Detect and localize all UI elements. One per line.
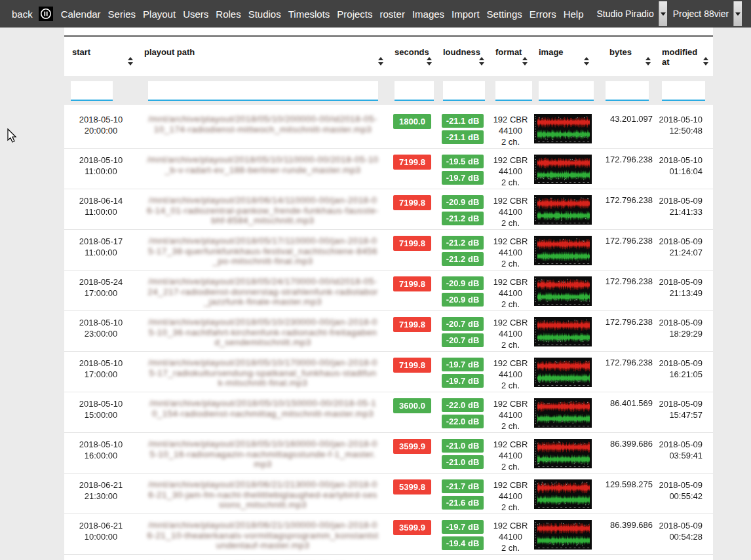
sort-icon[interactable]	[427, 57, 432, 65]
sort-icon[interactable]	[479, 57, 484, 65]
column-header-loudness[interactable]: loudness	[436, 36, 489, 76]
sort-icon[interactable]	[645, 57, 651, 65]
nav-item-calendar[interactable]: Calendar	[61, 9, 101, 20]
column-header-start[interactable]: start	[64, 36, 138, 76]
nav-item-projects[interactable]: Projects	[337, 9, 372, 20]
playout-path-cell: /mnt/archive/playout/2018/06/14/110000-0…	[138, 189, 388, 230]
filter-start-input[interactable]	[71, 81, 113, 101]
nav-item-roster[interactable]: roster	[380, 9, 405, 20]
column-header-playout-path[interactable]: playout path	[138, 36, 388, 76]
column-header-bytes[interactable]: bytes	[594, 36, 655, 76]
nav-item-timeslots[interactable]: Timeslots	[288, 9, 330, 20]
format-cell: 192 CBR 44100 2 ch.	[489, 433, 532, 474]
modified-date: 2018-05-09	[656, 398, 703, 409]
table-row: 2018-05-10 15:00:00 /mnt/archive/playout…	[64, 392, 713, 433]
loudness-badge-1: -21.0 dB	[442, 439, 484, 453]
nav-item-errors[interactable]: Errors	[530, 9, 556, 20]
format-cell: 192 CBR 44100 2 ch.	[489, 107, 532, 149]
nav-item-studios[interactable]: Studios	[248, 9, 281, 20]
modified-at-cell: 2018-05-10 01:16:04	[655, 149, 713, 189]
waveform-image[interactable]	[534, 155, 592, 184]
modified-time: 01:16:04	[656, 166, 703, 177]
filter-format-input[interactable]	[495, 81, 532, 101]
sort-icon[interactable]	[584, 57, 589, 65]
start-date: 2018-05-17	[65, 236, 137, 247]
studio-select[interactable]: Studio Piradio	[594, 1, 667, 26]
nav-item-images[interactable]: Images	[412, 9, 444, 20]
seconds-badge: 7199.8	[393, 358, 431, 373]
nav-item-import[interactable]: Import	[452, 9, 480, 20]
sort-icon[interactable]	[522, 57, 528, 65]
column-header-image[interactable]: image	[532, 36, 594, 76]
loudness-cell: -22.0 dB -22.0 dB	[436, 392, 489, 433]
nav-item-users[interactable]: Users	[183, 9, 208, 20]
seconds-cell: 3599.9	[388, 433, 436, 474]
waveform-image[interactable]	[534, 398, 592, 428]
sort-icon[interactable]	[703, 57, 708, 65]
filter-path-input[interactable]	[148, 81, 378, 101]
format-channels: 2 ch.	[490, 299, 531, 310]
image-cell	[532, 392, 594, 433]
playout-path-cell: /mnt/archive/playout/2018/05/10/230000-0…	[138, 311, 388, 352]
playout-table: start playout path seconds loudness form…	[64, 35, 713, 560]
bytes-cell: 172.796.238	[594, 271, 655, 311]
playout-path-redacted: /mnt/archive/playout/2018/06/21/100000-0…	[147, 520, 379, 550]
loudness-badge-2: -20.9 dB	[442, 293, 484, 307]
image-cell	[532, 433, 594, 474]
back-button[interactable]: back	[12, 9, 33, 20]
playout-path-redacted: /mnt/archive/playout/2018/05/10/230000-0…	[148, 317, 377, 347]
waveform-image[interactable]	[534, 520, 592, 550]
format-cell: 192 CBR 44100 2 ch.	[489, 474, 532, 514]
seconds-cell: 7199.8	[388, 352, 436, 392]
nav-item-settings[interactable]: Settings	[487, 9, 522, 20]
loudness-cell: -21.1 dB -21.1 dB	[436, 107, 489, 149]
table-row: 2018-05-10 20:00:00 /mnt/archive/playout…	[64, 107, 713, 149]
seconds-badge: 7199.8	[393, 195, 431, 210]
filter-seconds-input[interactable]	[395, 81, 434, 101]
format-samplerate: 44100	[490, 166, 531, 177]
playout-path-redacted: /mnt/archive/playout/2018/06/21/213000-0…	[148, 479, 377, 510]
format-bitrate: 192 CBR	[490, 520, 531, 531]
format-cell: 192 CBR 44100 2 ch.	[489, 230, 532, 271]
filter-loudness-input[interactable]	[443, 81, 485, 101]
modified-time: 15:47:57	[656, 409, 703, 420]
waveform-image[interactable]	[534, 358, 592, 387]
modified-time: 03:59:41	[656, 450, 703, 461]
waveform-image[interactable]	[534, 114, 592, 143]
filter-image-input[interactable]	[539, 81, 595, 101]
sort-icon[interactable]	[128, 57, 133, 65]
start-cell: 2018-05-10 23:00:00	[64, 311, 138, 352]
waveform-image[interactable]	[534, 195, 592, 225]
chevron-down-icon[interactable]	[733, 1, 742, 26]
waveform-image[interactable]	[534, 317, 592, 346]
start-date: 2018-06-21	[65, 520, 137, 531]
nav-item-series[interactable]: Series	[108, 9, 136, 20]
top-navbar: back Calendar Series Playout Users Roles…	[0, 0, 751, 28]
column-header-format[interactable]: format	[489, 36, 532, 76]
loudness-badge-1: -21.2 dB	[442, 236, 484, 250]
project-select[interactable]: Project 88vier	[670, 1, 742, 26]
start-date: 2018-05-10	[65, 439, 137, 450]
filter-modified-input[interactable]	[662, 81, 705, 101]
waveform-image[interactable]	[534, 276, 592, 306]
format-bitrate: 192 CBR	[490, 479, 531, 491]
image-cell	[532, 149, 594, 189]
app-logo-icon[interactable]	[39, 7, 53, 21]
nav-item-playout[interactable]: Playout	[143, 9, 176, 20]
waveform-image[interactable]	[534, 479, 592, 509]
playout-path-cell: /mnt/archive/playout/2018/05/10/170000-0…	[138, 352, 388, 392]
nav-item-help[interactable]: Help	[564, 9, 584, 20]
modified-time: 00:55:42	[656, 491, 703, 502]
column-header-modified-at[interactable]: modified at	[655, 36, 713, 76]
filter-bytes-input[interactable]	[606, 81, 649, 101]
filter-row	[64, 76, 713, 107]
chevron-down-icon[interactable]	[659, 1, 667, 26]
seconds-cell: 7199.8	[388, 311, 436, 352]
column-header-seconds[interactable]: seconds	[388, 36, 436, 76]
format-channels: 2 ch.	[490, 420, 531, 432]
waveform-image[interactable]	[534, 439, 592, 468]
waveform-image[interactable]	[534, 236, 592, 265]
nav-item-roles[interactable]: Roles	[216, 9, 241, 20]
modified-date: 2018-05-09	[656, 195, 703, 206]
sort-icon[interactable]	[378, 57, 383, 65]
